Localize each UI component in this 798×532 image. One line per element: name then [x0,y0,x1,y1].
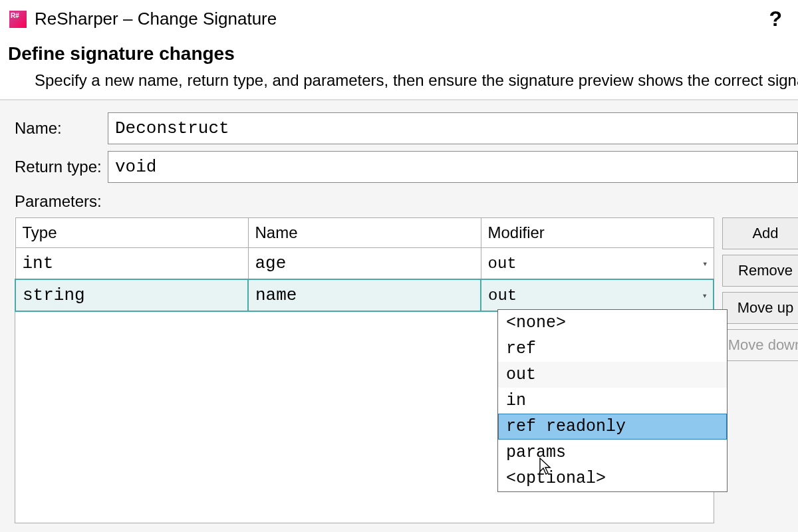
window-title: ReSharper – Change Signature [35,9,754,29]
resharper-icon [9,11,27,28]
table-header-row: Type Name Modifier [15,218,714,248]
name-input[interactable] [108,112,798,144]
header-block: Define signature changes Specify a new n… [0,38,798,100]
modifier-dropdown[interactable]: <none> ref out in ref readonly params <o… [497,309,728,492]
cell-name[interactable]: age [248,248,481,280]
remove-button[interactable]: Remove [722,255,798,287]
col-type[interactable]: Type [15,218,248,248]
return-type-label: Return type: [15,158,108,176]
cell-modifier[interactable]: out ▾ [481,279,714,311]
title-bar: ReSharper – Change Signature ? [0,0,798,38]
chevron-down-icon: ▾ [702,258,708,269]
page-heading: Define signature changes [8,43,790,65]
col-name[interactable]: Name [248,218,481,248]
move-down-button: Move down [722,329,798,361]
page-description: Specify a new name, return type, and par… [8,71,790,90]
col-modifier[interactable]: Modifier [481,218,714,248]
cell-modifier[interactable]: out ▾ [481,248,714,280]
cell-type[interactable]: string [15,279,248,311]
move-up-button[interactable]: Move up [722,292,798,324]
dropdown-item-optional[interactable]: <optional> [498,466,727,491]
modifier-value: out [488,255,517,273]
cell-name[interactable]: name [248,279,481,311]
parameters-table: Type Name Modifier int age out ▾ [15,217,714,312]
dropdown-item-none[interactable]: <none> [498,310,727,336]
dropdown-item-in[interactable]: in [498,388,727,414]
button-column: Add Remove Move up Move down [722,217,798,523]
parameters-label: Parameters: [15,192,798,211]
cell-type[interactable]: int [15,248,248,280]
return-type-row: Return type: [15,151,798,183]
parameters-area: Type Name Modifier int age out ▾ [15,217,798,523]
chevron-down-icon: ▾ [702,290,708,301]
table-row[interactable]: string name out ▾ [15,279,714,311]
table-row[interactable]: int age out ▾ [15,248,714,280]
dialog-body: Name: Return type: Parameters: Type Name… [0,100,798,532]
dropdown-item-params[interactable]: params [498,440,727,466]
dropdown-item-ref-readonly[interactable]: ref readonly [498,414,727,440]
name-label: Name: [15,119,108,138]
modifier-value: out [488,287,517,305]
add-button[interactable]: Add [722,217,798,249]
dropdown-item-out[interactable]: out [498,362,727,388]
parameters-table-wrap: Type Name Modifier int age out ▾ [15,217,714,523]
help-icon[interactable]: ? [762,7,789,31]
dropdown-item-ref[interactable]: ref [498,336,727,362]
return-type-input[interactable] [108,151,798,183]
name-row: Name: [15,112,798,144]
